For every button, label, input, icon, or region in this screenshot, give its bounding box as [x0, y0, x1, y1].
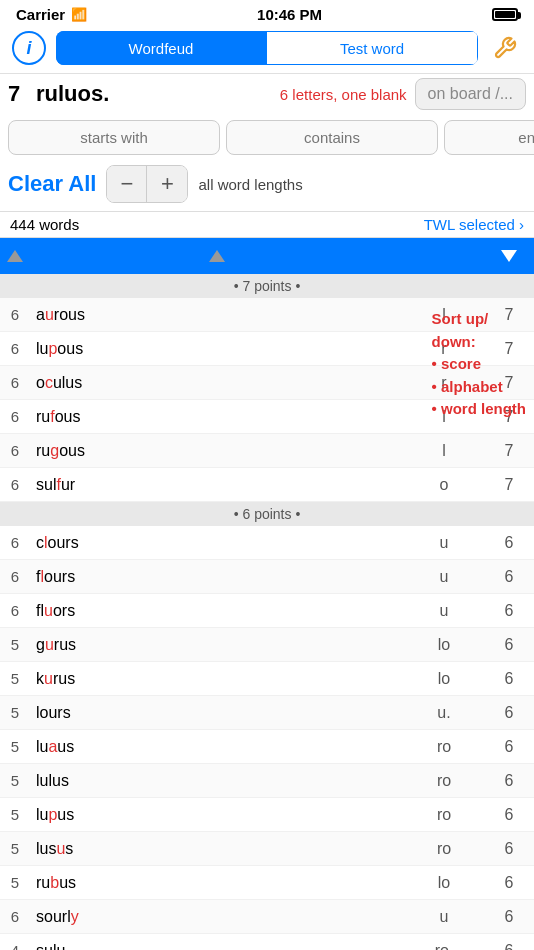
cell-word: sulu — [30, 942, 404, 951]
table-row[interactable]: 5loursu.6 — [0, 696, 534, 730]
table-row[interactable]: 6oculusr7 — [0, 366, 534, 400]
letter-count-badge: 7 — [8, 81, 28, 107]
cell-score: 6 — [484, 806, 534, 824]
cell-blank: r — [404, 340, 484, 358]
cell-word: luaus — [30, 738, 404, 756]
cell-blank: ro — [404, 840, 484, 858]
decrement-button[interactable]: − — [107, 166, 147, 202]
starts-with-input[interactable] — [8, 120, 220, 155]
table-row[interactable]: 5luausro6 — [0, 730, 534, 764]
ends-with-input[interactable] — [444, 120, 534, 155]
table-row[interactable]: 5lususro6 — [0, 832, 534, 866]
cell-score: 6 — [484, 942, 534, 951]
cell-word: rufous — [30, 408, 404, 426]
clear-all-button[interactable]: Clear All — [8, 167, 96, 201]
cell-score: 6 — [484, 670, 534, 688]
letters-input[interactable] — [36, 81, 272, 107]
cell-word: lours — [30, 704, 404, 722]
sort-down-arrow-score — [501, 250, 517, 262]
table-row[interactable]: 6rufousl7 — [0, 400, 534, 434]
cell-score: 6 — [484, 840, 534, 858]
table-row[interactable]: 4suluro.6 — [0, 934, 534, 950]
sort-up-arrow-word[interactable] — [209, 250, 225, 262]
cell-blank: o — [404, 476, 484, 494]
cell-blank: l — [404, 408, 484, 426]
red-letter: u — [45, 636, 54, 654]
cell-score: 6 — [484, 636, 534, 654]
cell-num: 5 — [0, 704, 30, 721]
toolbar: i Wordfeud Test word — [0, 27, 534, 73]
red-letter: p — [48, 806, 57, 824]
red-letter: u — [44, 602, 53, 620]
cell-num: 5 — [0, 772, 30, 789]
twl-selector[interactable]: TWL selected › — [424, 216, 524, 233]
cell-blank: ro — [404, 772, 484, 790]
red-letter: l — [44, 534, 48, 552]
header-num[interactable] — [0, 250, 30, 262]
table-row[interactable]: 5kuruslo6 — [0, 662, 534, 696]
cell-score: 6 — [484, 908, 534, 926]
table-row[interactable]: 6lupousr7 — [0, 332, 534, 366]
table-row[interactable]: 6sourlyu6 — [0, 900, 534, 934]
cell-num: 6 — [0, 476, 30, 493]
cell-score: 7 — [484, 476, 534, 494]
table-row[interactable]: 5rubuslo6 — [0, 866, 534, 900]
length-stepper: − + — [106, 165, 188, 203]
settings-button[interactable] — [488, 31, 522, 65]
cell-score: 6 — [484, 602, 534, 620]
red-letter: u — [45, 306, 54, 324]
cell-blank: ro — [404, 806, 484, 824]
table-row[interactable]: 5lulusro6 — [0, 764, 534, 798]
red-letter: f — [50, 408, 54, 426]
on-board-button[interactable]: on board /... — [415, 78, 526, 110]
red-letter: f — [56, 476, 60, 494]
cell-blank: u — [404, 908, 484, 926]
cell-blank: u — [404, 602, 484, 620]
table-row[interactable]: 5lupusro6 — [0, 798, 534, 832]
table-row[interactable]: 5guruslo6 — [0, 628, 534, 662]
red-letter: u — [44, 670, 53, 688]
cell-blank: u — [404, 568, 484, 586]
contains-input[interactable] — [226, 120, 438, 155]
cell-blank: r — [404, 374, 484, 392]
battery-icon — [492, 8, 518, 21]
table-row[interactable]: 6rugousl7 — [0, 434, 534, 468]
table-row[interactable]: 6cloursu6 — [0, 526, 534, 560]
cell-num: 4 — [0, 942, 30, 950]
cell-word: clours — [30, 534, 404, 552]
cell-word: kurus — [30, 670, 404, 688]
cell-blank: lo — [404, 874, 484, 892]
tab-test-word[interactable]: Test word — [266, 31, 478, 65]
cell-num: 5 — [0, 806, 30, 823]
sort-up-arrow-num[interactable] — [7, 250, 23, 262]
red-letter: g — [50, 442, 59, 460]
cell-score: 6 — [484, 874, 534, 892]
filter-row — [0, 114, 534, 161]
table-row[interactable]: 6fluorsu6 — [0, 594, 534, 628]
header-word[interactable] — [30, 250, 404, 262]
cell-score: 7 — [484, 374, 534, 392]
cell-num: 6 — [0, 534, 30, 551]
header-score[interactable] — [484, 250, 534, 262]
cell-num: 6 — [0, 568, 30, 585]
cell-blank: ro — [404, 738, 484, 756]
cell-score: 7 — [484, 340, 534, 358]
cell-score: 6 — [484, 772, 534, 790]
info-button[interactable]: i — [12, 31, 46, 65]
cell-blank: u — [404, 534, 484, 552]
cell-score: 7 — [484, 408, 534, 426]
status-bar: Carrier 📶 10:46 PM — [0, 0, 534, 27]
time-label: 10:46 PM — [257, 6, 322, 23]
table-row[interactable]: 6sulfuro7 — [0, 468, 534, 502]
cell-word: lulus — [30, 772, 404, 790]
increment-button[interactable]: + — [147, 166, 187, 202]
cell-word: lupous — [30, 340, 404, 358]
wrench-icon — [493, 36, 517, 60]
table-row[interactable]: 6aurousl7 — [0, 298, 534, 332]
tab-wordfeud[interactable]: Wordfeud — [56, 31, 266, 65]
cell-word: rubus — [30, 874, 404, 892]
red-letter: b — [50, 874, 59, 892]
table-row[interactable]: 6floursu6 — [0, 560, 534, 594]
section-header: • 7 points • — [0, 274, 534, 298]
cell-num: 5 — [0, 670, 30, 687]
